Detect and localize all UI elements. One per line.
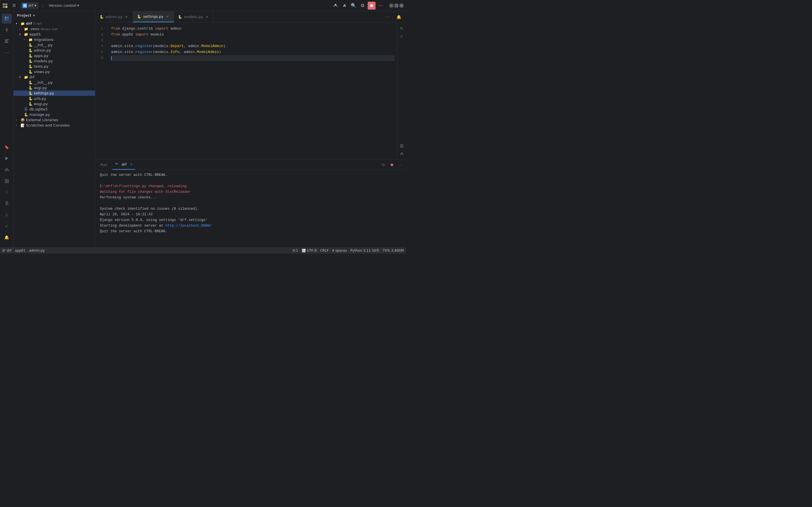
tree-item-wsgi[interactable]: 🐍 wsgi.py <box>13 101 95 107</box>
localhost-link[interactable]: http://localhost:8000/ <box>165 224 212 228</box>
sidebar-icon-run[interactable] <box>2 153 12 163</box>
tree-item-migrations[interactable]: › 📁 migrations <box>13 37 95 42</box>
hamburger-menu[interactable]: ☰ <box>10 2 18 10</box>
tab-settings-py[interactable]: 🐍 settings.py ✕ <box>133 11 174 22</box>
arrow-icon: › <box>19 27 22 31</box>
tree-item-admin[interactable]: 🐍 admin.py <box>13 48 95 53</box>
tab-models-py[interactable]: 🐍 models.py ✕ <box>174 11 213 22</box>
console-line: Starting development server at http://lo… <box>100 223 401 229</box>
translate-btn[interactable]: A <box>340 2 348 10</box>
svg-rect-8 <box>5 19 6 20</box>
tree-item-drf-root[interactable]: ▾ 📁 drf E:\drf <box>13 21 95 26</box>
gutter-user-icon[interactable] <box>398 151 405 157</box>
code-content[interactable]: from django.contrib import admin from ap… <box>109 22 397 160</box>
status-python[interactable]: Python 3.11 (drf) <box>350 248 379 252</box>
tree-item-apps[interactable]: 🐍 apps.py <box>13 53 95 58</box>
sidebar-icon-git[interactable]: ⑂ <box>2 187 12 197</box>
tree-label: tests.py <box>34 64 49 68</box>
tree-item-settings[interactable]: 🐍 settings.py <box>13 91 95 96</box>
tree-item-asgi[interactable]: 🐍 asgi.py <box>13 85 95 91</box>
console-line: Django version 5.0.4, using settings 'dr… <box>100 217 401 223</box>
status-memory[interactable]: 75% 3,400M <box>383 248 404 252</box>
console-tab-close[interactable]: ✕ <box>130 163 132 166</box>
py-icon: 🐍 <box>28 64 33 68</box>
tab-bar-notifications[interactable]: 🔔 <box>394 12 404 22</box>
py-icon: 🐍 <box>24 113 28 117</box>
maximize-btn[interactable]: □ <box>394 3 399 8</box>
sidebar-icon-debug[interactable] <box>2 165 12 175</box>
sidebar-icon-commit[interactable] <box>2 25 12 35</box>
user-btn[interactable] <box>332 2 339 10</box>
tab-close-settings[interactable]: ✕ <box>165 14 170 19</box>
sidebar-icon-terminal[interactable]: ⬛ <box>2 176 12 186</box>
search-btn[interactable]: 🔍 <box>349 2 358 10</box>
tree-item-urls[interactable]: 🐍 urls.py <box>13 96 95 101</box>
tree-item-drf-init[interactable]: 🐍 __init__.py <box>13 80 95 85</box>
tree-item-db[interactable]: 🗄 db.sqlite3 <box>13 107 95 112</box>
sidebar-icon-problems[interactable]: ⚠ <box>2 210 12 220</box>
svg-rect-1 <box>5 3 7 5</box>
tab-bar-more[interactable]: ⋯ <box>382 12 392 22</box>
status-indent[interactable]: 4 spaces <box>332 248 347 252</box>
code-editor[interactable]: 1 2 3 4 5 6 from django.contrib import a… <box>95 22 406 160</box>
console-stop-btn[interactable] <box>388 162 395 168</box>
py-icon: 🐍 <box>28 70 33 74</box>
tree-item-init[interactable]: 🐍 __init__.py <box>13 42 95 48</box>
console-tabs: Run drf ✕ ↻ <box>95 160 406 170</box>
status-python-label: Python 3.11 (drf) <box>350 248 379 252</box>
gutter-sync-icon[interactable]: ↻ <box>398 25 405 32</box>
svg-point-29 <box>4 249 5 250</box>
sidebar-icon-more[interactable]: ⋯ <box>2 47 12 57</box>
tab-close-admin[interactable]: ✕ <box>124 15 129 19</box>
plugin-btn[interactable] <box>368 2 376 10</box>
tree-item-ext-libs[interactable]: › 📦 External Libraries <box>13 117 95 123</box>
code-line-6[interactable] <box>111 55 395 61</box>
console-tab-run[interactable]: Run <box>98 160 110 170</box>
status-right: 6:1 🪟 UTF-8 CRLF 4 spaces Python 3.11 (d… <box>293 248 404 252</box>
status-line-sep-label: CRLF <box>320 248 328 252</box>
svg-point-28 <box>3 249 4 250</box>
gutter-check-icon[interactable]: ✓ <box>398 33 405 40</box>
sidebar-icon-notifications[interactable]: 🔔 <box>2 232 12 242</box>
close-btn[interactable]: ✕ <box>399 3 404 8</box>
title-divider: | <box>42 3 43 8</box>
svg-rect-9 <box>7 19 9 20</box>
sidebar-icon-database[interactable]: 🗄 <box>2 199 12 209</box>
project-name: drf <box>28 3 33 8</box>
tree-item-views[interactable]: 🐍 views.py <box>13 69 95 74</box>
tree-item-tests[interactable]: 🐍 tests.py <box>13 64 95 69</box>
project-header[interactable]: Project ▾ <box>13 11 95 20</box>
minimize-btn[interactable]: ─ <box>389 3 394 8</box>
console-tab-drf[interactable]: drf ✕ <box>112 160 136 170</box>
settings-btn[interactable]: ⚙ <box>359 2 367 10</box>
status-line-sep[interactable]: CRLF <box>320 248 328 252</box>
sidebar-icon-project[interactable] <box>2 13 12 24</box>
tree-item-models[interactable]: 🐍 models.py <box>13 58 95 64</box>
status-branch[interactable]: drf <box>2 248 11 252</box>
status-admin-py[interactable]: admin.py <box>29 248 45 252</box>
py-icon: 🐍 <box>28 49 33 52</box>
status-encoding[interactable]: 🪟 UTF-8 <box>302 248 317 252</box>
sidebar-icon-todo[interactable]: ✓ <box>2 221 12 231</box>
sidebar-icon-bookmarks[interactable]: 🔖 <box>2 142 12 152</box>
project-icon: dj <box>22 3 27 8</box>
console-more-btn[interactable]: ⋯ <box>397 162 404 168</box>
more-btn[interactable]: ⋯ <box>377 2 385 10</box>
tree-item-drf-pkg[interactable]: ▾ 📁 drf <box>13 74 95 80</box>
gutter-inspect-icon[interactable] <box>398 143 405 149</box>
sidebar-icon-structure[interactable] <box>2 36 12 46</box>
status-position[interactable]: 6:1 <box>293 248 298 252</box>
ext-libs-icon: 📦 <box>20 118 25 122</box>
tree-label: app01 <box>29 32 41 36</box>
status-app01[interactable]: app01 <box>15 248 25 252</box>
tree-item-manage[interactable]: 🐍 manage.py <box>13 112 95 117</box>
tab-close-models[interactable]: ✕ <box>205 15 209 19</box>
console-rerun-btn[interactable]: ↻ <box>380 162 387 168</box>
tree-item-venv[interactable]: › 📁 .venv library root <box>13 26 95 32</box>
tree-item-app01[interactable]: ▾ 📁 app01 <box>13 32 95 37</box>
version-control-btn[interactable]: Version control ▾ <box>47 2 82 9</box>
tree-item-scratches[interactable]: › 📝 Scratches and Consoles <box>13 123 95 128</box>
project-selector[interactable]: dj drf ▾ <box>20 2 39 9</box>
folder-icon: 📁 <box>24 27 28 31</box>
tab-admin-py[interactable]: 🐍 admin.py ✕ <box>95 11 133 22</box>
